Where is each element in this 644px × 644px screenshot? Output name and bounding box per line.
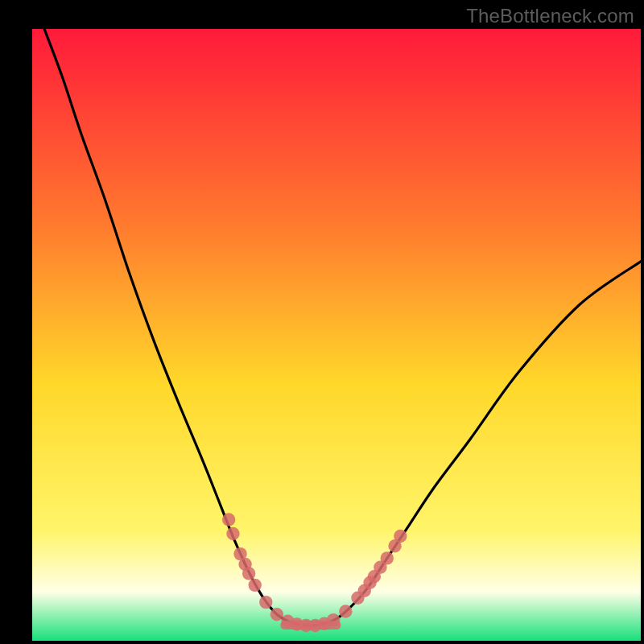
plot-area	[32, 29, 641, 641]
watermark-text: TheBottleneck.com	[466, 5, 634, 27]
curve-marker	[242, 567, 255, 580]
curve-marker	[226, 527, 239, 540]
chart-frame: TheBottleneck.com	[0, 0, 644, 644]
curve-marker	[270, 608, 283, 621]
curve-marker	[249, 579, 262, 592]
curve-marker	[327, 613, 340, 626]
chart-svg	[32, 29, 641, 641]
curve-marker	[339, 605, 352, 617]
curve-marker	[394, 530, 407, 543]
curve-marker	[381, 551, 394, 564]
curve-marker	[259, 596, 272, 609]
curve-marker	[222, 513, 235, 526]
